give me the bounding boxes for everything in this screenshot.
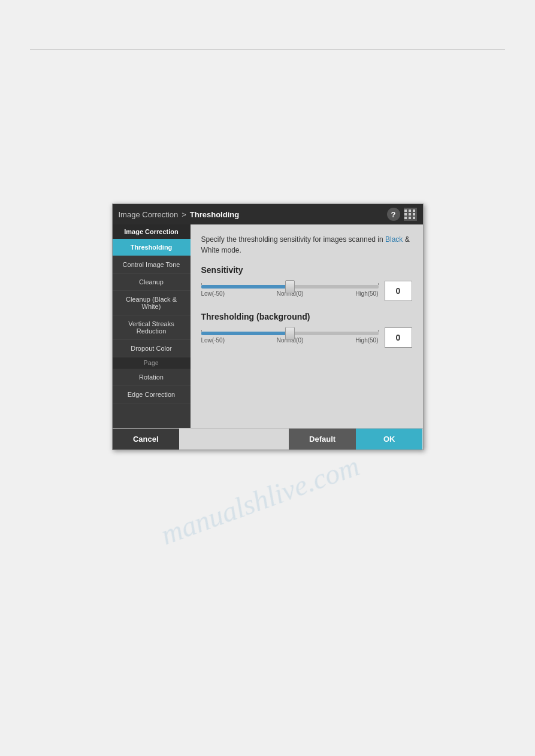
- ok-button[interactable]: OK: [356, 429, 423, 450]
- sidebar-item-control-image-tone[interactable]: Control Image Tone: [113, 256, 191, 274]
- sidebar-item-rotation[interactable]: Rotation: [113, 369, 191, 386]
- breadcrumb-separator: >: [182, 210, 186, 219]
- thresholding-background-high-label: High(50): [355, 337, 378, 344]
- grid-dot: [404, 213, 407, 215]
- sidebar: Image Correction Thresholding Control Im…: [113, 224, 191, 428]
- dialog-titlebar: Image Correction > Thresholding ?: [113, 204, 423, 224]
- sidebar-item-thresholding[interactable]: Thresholding: [113, 239, 191, 256]
- sensitivity-slider-track[interactable]: [201, 285, 379, 289]
- page-rule: [30, 49, 505, 50]
- thresholding-background-tick-left: [201, 330, 202, 332]
- sensitivity-slider-row: Low(-50) Normal(0) High(50) 0: [201, 281, 412, 301]
- breadcrumb-label: Image Correction: [119, 210, 179, 219]
- sidebar-header: Image Correction: [113, 224, 191, 239]
- sensitivity-value-box: 0: [385, 281, 412, 301]
- footer-spacer: [179, 429, 289, 450]
- grid-dot: [413, 213, 415, 215]
- thresholding-background-slider-track[interactable]: [201, 332, 379, 335]
- thresholding-background-section: Thresholding (background) Low(-50) Nor: [201, 312, 412, 348]
- titlebar-left: Image Correction > Thresholding: [119, 210, 240, 219]
- dialog-body: Image Correction Thresholding Control Im…: [113, 224, 423, 428]
- sensitivity-tick-left: [201, 283, 202, 285]
- thresholding-background-slider-row: Low(-50) Normal(0) High(50) 0: [201, 327, 412, 348]
- sidebar-item-cleanup[interactable]: Cleanup: [113, 274, 191, 291]
- sensitivity-high-label: High(50): [355, 290, 378, 297]
- description-highlight: Black: [385, 235, 403, 244]
- sensitivity-tick-right: [378, 283, 379, 285]
- dialog-window: Image Correction > Thresholding ?: [112, 204, 424, 450]
- grid-dot: [413, 217, 415, 219]
- sensitivity-slider-wrapper: Low(-50) Normal(0) High(50): [201, 285, 379, 297]
- description-text: Specify the thresholding sensitivity for…: [201, 234, 412, 256]
- grid-dot: [409, 210, 411, 212]
- grid-dot: [404, 217, 407, 219]
- sensitivity-slider-thumb[interactable]: [285, 280, 295, 293]
- current-page-title: Thresholding: [190, 210, 239, 219]
- sensitivity-section: Sensitivity Low(-50) Normal(0): [201, 265, 412, 301]
- grid-icon[interactable]: [404, 208, 417, 221]
- description-part1: Specify the thresholding sensitivity for…: [201, 235, 386, 244]
- default-button[interactable]: Default: [289, 429, 356, 450]
- grid-dot: [409, 213, 411, 215]
- cancel-button[interactable]: Cancel: [113, 429, 180, 450]
- thresholding-background-tick-right: [378, 330, 379, 332]
- sensitivity-slider-fill: [201, 285, 290, 289]
- sensitivity-title: Sensitivity: [201, 265, 412, 275]
- thresholding-background-slider-thumb[interactable]: [285, 327, 295, 340]
- thresholding-background-low-label: Low(-50): [201, 337, 225, 344]
- titlebar-icons: ?: [387, 208, 417, 221]
- sidebar-item-edge-correction[interactable]: Edge Correction: [113, 386, 191, 403]
- watermark: manualshlive.com: [156, 449, 364, 551]
- sidebar-item-dropout-color[interactable]: Dropout Color: [113, 340, 191, 357]
- grid-dots: [404, 210, 416, 219]
- sidebar-item-cleanup-bw[interactable]: Cleanup (Black & White): [113, 291, 191, 315]
- thresholding-background-title: Thresholding (background): [201, 312, 412, 321]
- thresholding-background-slider-fill: [201, 332, 290, 335]
- sidebar-item-vertical-streaks[interactable]: Vertical Streaks Reduction: [113, 315, 191, 340]
- grid-dot: [409, 217, 411, 219]
- thresholding-background-slider-wrapper: Low(-50) Normal(0) High(50): [201, 332, 379, 344]
- grid-dot: [404, 210, 407, 212]
- help-icon[interactable]: ?: [387, 208, 400, 221]
- main-content: Specify the thresholding sensitivity for…: [191, 224, 423, 428]
- dialog-footer: Cancel Default OK: [113, 428, 423, 450]
- thresholding-background-value-box: 0: [385, 327, 412, 348]
- sidebar-page-section-label: Page: [113, 357, 191, 369]
- sensitivity-low-label: Low(-50): [201, 290, 225, 297]
- grid-dot: [413, 210, 415, 212]
